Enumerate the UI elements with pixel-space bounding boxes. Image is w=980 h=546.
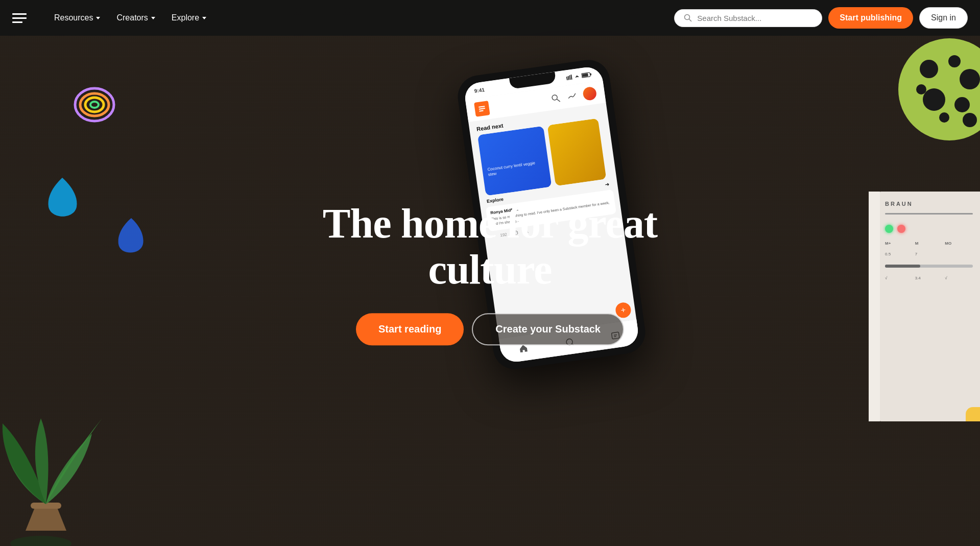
create-substack-button[interactable]: Create your Substack: [472, 313, 624, 345]
braun-device-decoration: BRAUN M+ M MO 0.5 7: [878, 192, 980, 421]
svg-rect-22: [479, 106, 485, 108]
search-icon: [684, 14, 692, 22]
sign-in-button[interactable]: Sign in: [919, 7, 968, 29]
navbar: Resources Creators Explore Start publish…: [0, 0, 980, 36]
braun-white-bar-decoration: [869, 192, 880, 421]
hero-title: The home for great culture: [312, 201, 669, 293]
resources-chevron-icon: [96, 17, 100, 19]
svg-rect-24: [479, 110, 483, 112]
search-box[interactable]: [674, 9, 822, 27]
svg-rect-21: [582, 73, 588, 77]
search-input[interactable]: [697, 14, 812, 22]
hamburger-icon[interactable]: [12, 9, 31, 27]
svg-rect-15: [566, 77, 567, 80]
svg-point-25: [552, 94, 557, 100]
svg-rect-23: [479, 108, 485, 110]
svg-line-33: [689, 19, 691, 21]
nav-logo[interactable]: [12, 9, 31, 27]
svg-rect-16: [567, 76, 569, 80]
nav-creators[interactable]: Creators: [109, 9, 162, 27]
start-reading-button[interactable]: Start reading: [356, 313, 464, 345]
explore-chevron-icon: [202, 17, 206, 19]
start-publishing-button[interactable]: Start publishing: [828, 7, 913, 29]
phone-time: 9:41: [474, 86, 485, 93]
creators-chevron-icon: [151, 17, 155, 19]
phone-card-text: Coconut curry lentil veggie stew: [487, 159, 544, 178]
nav-resources[interactable]: Resources: [47, 9, 107, 27]
nav-explore[interactable]: Explore: [164, 9, 213, 27]
svg-line-26: [557, 99, 560, 102]
hero-content: The home for great culture Start reading…: [312, 201, 669, 345]
